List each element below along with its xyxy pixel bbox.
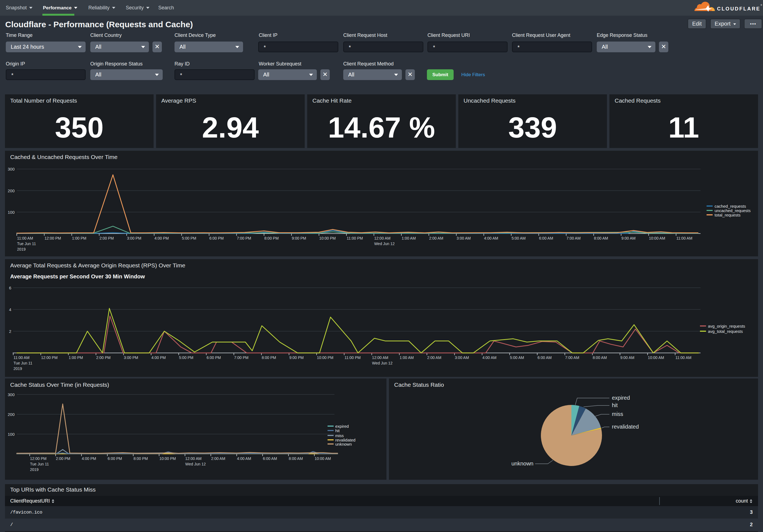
- svg-text:total_requests: total_requests: [714, 213, 740, 217]
- svg-text:8:00 AM: 8:00 AM: [593, 355, 607, 360]
- svg-text:2:00 AM: 2:00 AM: [211, 456, 225, 461]
- svg-text:Tue Jun 11: Tue Jun 11: [30, 462, 49, 466]
- svg-text:hit: hit: [335, 428, 340, 433]
- svg-text:2:00 AM: 2:00 AM: [427, 355, 441, 360]
- svg-text:5:00 AM: 5:00 AM: [510, 355, 524, 360]
- svg-text:2:00 PM: 2:00 PM: [96, 355, 111, 360]
- svg-text:3:00 PM: 3:00 PM: [124, 355, 138, 360]
- svg-text:9:00 AM: 9:00 AM: [620, 355, 634, 360]
- svg-text:8:00 AM: 8:00 AM: [594, 236, 608, 240]
- svg-text:1:00 PM: 1:00 PM: [72, 236, 86, 240]
- svg-text:2:00 PM: 2:00 PM: [56, 456, 70, 461]
- svg-text:10:00 PM: 10:00 PM: [317, 355, 333, 360]
- svg-text:unknown: unknown: [511, 461, 533, 467]
- svg-text:Wed Jun 12: Wed Jun 12: [372, 361, 393, 365]
- svg-text:2019: 2019: [30, 467, 39, 472]
- svg-text:7:00 AM: 7:00 AM: [565, 355, 579, 360]
- svg-text:6:00 AM: 6:00 AM: [538, 355, 552, 360]
- svg-text:10:00 AM: 10:00 AM: [649, 236, 665, 240]
- svg-text:2019: 2019: [17, 247, 26, 251]
- svg-text:expired: expired: [335, 424, 349, 429]
- svg-text:10:00 PM: 10:00 PM: [160, 456, 176, 461]
- svg-text:uncached_requests: uncached_requests: [714, 208, 751, 213]
- svg-text:expired: expired: [612, 395, 630, 401]
- svg-text:8:00 PM: 8:00 PM: [134, 456, 148, 461]
- svg-text:avg_origin_requests: avg_origin_requests: [708, 324, 745, 328]
- svg-text:5:00 PM: 5:00 PM: [182, 236, 196, 240]
- svg-text:11:00 PM: 11:00 PM: [347, 236, 363, 240]
- svg-text:hit: hit: [612, 402, 618, 408]
- svg-text:12:00 AM: 12:00 AM: [372, 355, 388, 360]
- svg-text:5:00 AM: 5:00 AM: [511, 236, 525, 240]
- svg-text:8:00 PM: 8:00 PM: [262, 355, 276, 360]
- svg-text:12:00 PM: 12:00 PM: [30, 456, 47, 461]
- svg-text:3:00 PM: 3:00 PM: [127, 236, 141, 240]
- svg-text:6: 6: [9, 286, 11, 290]
- svg-text:revalidated: revalidated: [612, 424, 639, 430]
- svg-text:6:00 AM: 6:00 AM: [263, 456, 277, 461]
- svg-text:11:00 AM: 11:00 AM: [676, 236, 692, 240]
- svg-text:9:00 PM: 9:00 PM: [292, 236, 306, 240]
- svg-text:7:00 AM: 7:00 AM: [567, 236, 581, 240]
- svg-text:10:00 AM: 10:00 AM: [315, 456, 331, 461]
- svg-text:1:00 AM: 1:00 AM: [401, 236, 416, 240]
- svg-text:Tue Jun 11: Tue Jun 11: [14, 361, 33, 365]
- svg-text:Tue Jun 11: Tue Jun 11: [17, 241, 36, 246]
- svg-text:7:00 PM: 7:00 PM: [237, 236, 251, 240]
- svg-text:12:00 PM: 12:00 PM: [45, 236, 61, 240]
- svg-text:4:00 PM: 4:00 PM: [152, 355, 166, 360]
- svg-text:6:00 AM: 6:00 AM: [539, 236, 553, 240]
- svg-text:miss: miss: [612, 411, 623, 417]
- svg-text:9:00 AM: 9:00 AM: [621, 236, 636, 240]
- svg-text:1:00 PM: 1:00 PM: [68, 355, 83, 360]
- svg-text:1:00 AM: 1:00 AM: [400, 355, 414, 360]
- svg-text:Wed Jun 12: Wed Jun 12: [185, 462, 206, 466]
- svg-text:11:00 AM: 11:00 AM: [676, 355, 692, 360]
- svg-text:9:00 PM: 9:00 PM: [289, 355, 304, 360]
- svg-text:cached_requests: cached_requests: [714, 204, 746, 209]
- svg-text:6:00 PM: 6:00 PM: [206, 355, 221, 360]
- svg-text:300: 300: [8, 392, 15, 397]
- svg-text:11:00 PM: 11:00 PM: [344, 355, 361, 360]
- svg-text:unknown: unknown: [335, 442, 352, 446]
- svg-text:4:00 AM: 4:00 AM: [237, 456, 251, 461]
- svg-text:8:00 PM: 8:00 PM: [264, 236, 278, 240]
- svg-text:4:00 PM: 4:00 PM: [155, 236, 169, 240]
- svg-text:8:00 AM: 8:00 AM: [289, 456, 303, 461]
- svg-text:4:00 AM: 4:00 AM: [482, 355, 496, 360]
- svg-text:2:00 PM: 2:00 PM: [99, 236, 114, 240]
- svg-text:2019: 2019: [14, 366, 22, 371]
- svg-text:10:00 AM: 10:00 AM: [648, 355, 664, 360]
- svg-text:7:00 PM: 7:00 PM: [234, 355, 249, 360]
- svg-text:2:00 AM: 2:00 AM: [429, 236, 443, 240]
- svg-text:12:00 AM: 12:00 AM: [374, 236, 390, 240]
- svg-text:10:00 PM: 10:00 PM: [319, 236, 336, 240]
- svg-text:4:00 AM: 4:00 AM: [484, 236, 498, 240]
- svg-text:6:00 PM: 6:00 PM: [108, 456, 122, 461]
- svg-text:11:00 AM: 11:00 AM: [17, 236, 33, 240]
- svg-text:4:00 PM: 4:00 PM: [82, 456, 96, 461]
- svg-text:200: 200: [8, 188, 15, 193]
- svg-text:®: ®: [761, 4, 762, 6]
- svg-text:4: 4: [9, 307, 11, 312]
- svg-text:11:00 AM: 11:00 AM: [14, 355, 30, 360]
- svg-text:5:00 PM: 5:00 PM: [179, 355, 193, 360]
- svg-text:300: 300: [8, 167, 15, 171]
- svg-text:Wed Jun 12: Wed Jun 12: [374, 241, 395, 246]
- svg-text:100: 100: [8, 432, 15, 437]
- svg-text:200: 200: [8, 412, 15, 417]
- svg-text:CLOUDFLARE: CLOUDFLARE: [717, 6, 761, 12]
- svg-text:avg_total_requests: avg_total_requests: [708, 329, 743, 334]
- svg-text:miss: miss: [335, 433, 344, 438]
- svg-text:3:00 AM: 3:00 AM: [457, 236, 471, 240]
- svg-text:100: 100: [8, 210, 15, 215]
- svg-text:12:00 PM: 12:00 PM: [41, 355, 57, 360]
- svg-text:12:00 AM: 12:00 AM: [185, 456, 201, 461]
- svg-text:6:00 PM: 6:00 PM: [209, 236, 224, 240]
- svg-text:2: 2: [9, 329, 11, 334]
- svg-text:3:00 AM: 3:00 AM: [455, 355, 469, 360]
